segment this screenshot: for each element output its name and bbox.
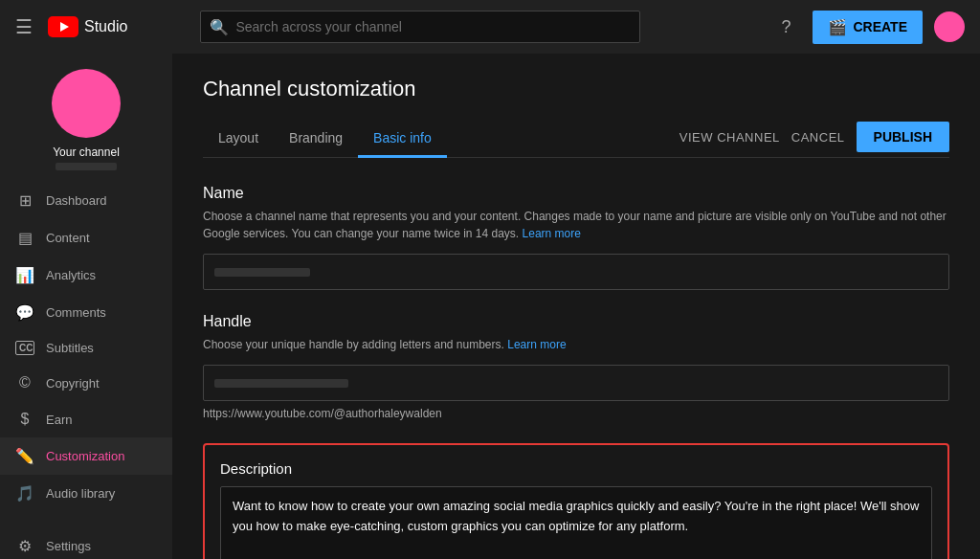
customization-icon: ✏️ xyxy=(15,447,34,465)
channel-name: Your channel xyxy=(53,145,120,159)
search-icon: 🔍 xyxy=(210,18,229,36)
name-input-wrap xyxy=(203,254,949,290)
sidebar-item-settings[interactable]: ⚙ Settings xyxy=(0,527,172,559)
settings-icon: ⚙ xyxy=(15,537,34,555)
name-section: Name Choose a channel name that represen… xyxy=(203,185,949,290)
handle-section: Handle Choose your unique handle by addi… xyxy=(203,313,949,420)
audio-library-icon: 🎵 xyxy=(15,484,34,503)
nav-right: ? 🎬 CREATE xyxy=(770,11,965,44)
search-input[interactable] xyxy=(200,11,640,43)
tabs-row: Layout Branding Basic info VIEW CHANNEL … xyxy=(203,121,949,158)
sidebar-item-label: Content xyxy=(46,231,90,245)
sidebar-bottom: ⚙ Settings ⚑ Send feedback xyxy=(0,527,172,559)
name-input[interactable] xyxy=(203,254,949,290)
earn-icon: $ xyxy=(15,411,34,428)
create-button[interactable]: 🎬 CREATE xyxy=(813,11,923,44)
avatar[interactable] xyxy=(934,11,965,42)
description-section: Description Want to know how to create y… xyxy=(203,443,949,559)
handle-input-wrap xyxy=(203,365,949,401)
page-title: Channel customization xyxy=(203,77,949,101)
handle-input[interactable] xyxy=(203,365,949,401)
subtitles-icon: CC xyxy=(15,341,34,355)
channel-avatar[interactable] xyxy=(52,69,121,138)
hamburger-menu[interactable]: ☰ xyxy=(15,15,33,38)
publish-button[interactable]: PUBLISH xyxy=(857,122,949,152)
sidebar-item-earn[interactable]: $ Earn xyxy=(0,401,172,437)
comments-icon: 💬 xyxy=(15,303,34,322)
sidebar-item-audio-library[interactable]: 🎵 Audio library xyxy=(0,475,172,512)
search-bar: 🔍 xyxy=(200,11,640,43)
handle-desc: Choose your unique handle by adding lett… xyxy=(203,336,949,353)
tab-branding[interactable]: Branding xyxy=(274,121,358,158)
sidebar-item-label: Audio library xyxy=(46,486,115,501)
sidebar-item-subtitles[interactable]: CC Subtitles xyxy=(0,331,172,365)
sidebar-item-comments[interactable]: 💬 Comments xyxy=(0,294,172,331)
create-label: CREATE xyxy=(853,19,907,34)
sidebar-item-label: Subtitles xyxy=(46,341,94,355)
name-desc: Choose a channel name that represents yo… xyxy=(203,208,949,242)
sidebar-item-customization[interactable]: ✏️ Customization xyxy=(0,437,172,475)
tab-layout[interactable]: Layout xyxy=(203,121,274,158)
sidebar-nav: ⊞ Dashboard ▤ Content 📊 Analytics 💬 Comm… xyxy=(0,182,172,512)
tabs: Layout Branding Basic info xyxy=(203,121,447,157)
view-channel-button[interactable]: VIEW CHANNEL xyxy=(679,130,780,145)
sidebar-item-content[interactable]: ▤ Content xyxy=(0,219,172,257)
sidebar-item-label: Analytics xyxy=(46,268,96,282)
handle-learn-more[interactable]: Learn more xyxy=(507,338,566,351)
name-title: Name xyxy=(203,185,949,202)
description-input[interactable]: Want to know how to create your own amaz… xyxy=(220,486,932,559)
create-icon: 🎬 xyxy=(828,18,847,36)
sidebar-item-label: Earn xyxy=(46,413,72,427)
sidebar-item-label: Customization xyxy=(46,449,124,463)
name-learn-more[interactable]: Learn more xyxy=(523,227,581,240)
sidebar-item-label: Copyright xyxy=(46,376,100,391)
cancel-button[interactable]: CANCEL xyxy=(791,130,845,145)
sidebar: Your channel ⊞ Dashboard ▤ Content 📊 Ana… xyxy=(0,54,172,559)
description-title: Description xyxy=(220,460,932,477)
sidebar-item-analytics[interactable]: 📊 Analytics xyxy=(0,257,172,294)
studio-label: Studio xyxy=(84,18,127,35)
dashboard-icon: ⊞ xyxy=(15,191,34,210)
analytics-icon: 📊 xyxy=(15,266,34,284)
copyright-icon: © xyxy=(15,374,34,391)
content-icon: ▤ xyxy=(15,229,34,247)
sidebar-item-copyright[interactable]: © Copyright xyxy=(0,365,172,401)
youtube-logo-icon xyxy=(48,16,78,37)
channel-info: Your channel xyxy=(0,54,172,182)
logo[interactable]: Studio xyxy=(48,16,127,37)
sidebar-item-label: Dashboard xyxy=(46,193,107,208)
sidebar-item-dashboard[interactable]: ⊞ Dashboard xyxy=(0,182,172,219)
tabs-actions: VIEW CHANNEL CANCEL PUBLISH xyxy=(679,122,949,156)
sidebar-item-label: Settings xyxy=(46,539,91,553)
handle-url-hint: https://www.youtube.com/@authorhaleywald… xyxy=(203,407,949,420)
channel-name-bar xyxy=(56,163,117,170)
body: Your channel ⊞ Dashboard ▤ Content 📊 Ana… xyxy=(0,54,980,559)
sidebar-item-label: Comments xyxy=(46,305,106,320)
help-button[interactable]: ? xyxy=(770,11,801,42)
handle-title: Handle xyxy=(203,313,949,330)
main-content: Channel customization Layout Branding Ba… xyxy=(172,54,980,559)
top-nav: ☰ Studio 🔍 ? 🎬 CREATE xyxy=(0,0,980,54)
tab-basic-info[interactable]: Basic info xyxy=(358,121,447,158)
